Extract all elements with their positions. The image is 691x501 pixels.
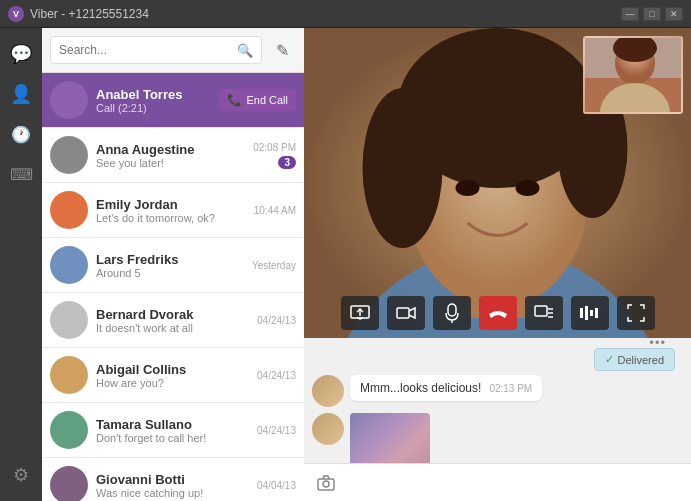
end-call-icon [487, 306, 509, 320]
contact-item-bernard[interactable]: Bernard Dvorak It doesn't work at all 04… [42, 293, 304, 348]
transfer-button[interactable] [525, 296, 563, 330]
contact-item-anabel[interactable]: Anabel Torres Call (2:21) 📞 End Call [42, 73, 304, 128]
window-title: Viber - +12125551234 [30, 7, 621, 21]
main-content: 💬 👤 🕐 ⌨ ⚙ 🔍 ✎ Anabel Torres Call (2:21) [0, 28, 691, 501]
svg-rect-19 [397, 308, 409, 318]
message-avatar-2 [312, 413, 344, 445]
chat-input-bar [304, 463, 691, 501]
contact-item-anna[interactable]: Anna Augestine See you later! 02:08 PM 3 [42, 128, 304, 183]
volume-button[interactable] [571, 296, 609, 330]
message-text: Mmm...looks delicious! [360, 381, 481, 395]
message-row: Mmm...looks delicious! 02:13 PM [312, 375, 683, 407]
avatar-lars [50, 246, 88, 284]
contact-preview: It doesn't work at all [96, 322, 253, 334]
avatar-bernard [50, 301, 88, 339]
contact-item-lars[interactable]: Lars Fredriks Around 5 Yesterday [42, 238, 304, 293]
svg-point-31 [323, 481, 329, 487]
video-area [304, 28, 691, 338]
contact-preview: Was nice catching up! [96, 487, 253, 499]
contact-item-giovanni[interactable]: Giovanni Botti Was nice catching up! 04/… [42, 458, 304, 501]
contact-name: Lars Fredriks [96, 252, 248, 267]
sidebar-item-chat[interactable]: 💬 [3, 36, 39, 72]
message-time: 02:13 PM [489, 383, 532, 394]
avatar-abigail [50, 356, 88, 394]
sidebar-item-recent[interactable]: 🕐 [3, 116, 39, 152]
contact-name: Anabel Torres [96, 87, 215, 102]
contact-list: Anabel Torres Call (2:21) 📞 End Call Ann… [42, 73, 304, 501]
maximize-button[interactable]: □ [643, 7, 661, 21]
end-video-call-button[interactable] [479, 296, 517, 330]
sidebar-item-dialpad[interactable]: ⌨ [3, 156, 39, 192]
camera-button[interactable] [314, 471, 338, 495]
app-icon: V [8, 6, 24, 22]
checkmark-icon: ✓ [605, 353, 614, 366]
svg-rect-26 [580, 308, 583, 318]
contact-name: Giovanni Botti [96, 472, 253, 487]
contact-time: 04/24/13 [257, 425, 296, 436]
camera-icon [317, 475, 335, 491]
close-button[interactable]: ✕ [665, 7, 683, 21]
avatar-anabel [50, 81, 88, 119]
unread-badge: 3 [278, 156, 296, 169]
contact-preview: How are you? [96, 377, 253, 389]
sidebar-item-settings[interactable]: ⚙ [3, 457, 39, 493]
end-call-button[interactable]: 📞 End Call [219, 89, 296, 111]
search-icon: 🔍 [237, 43, 253, 58]
video-camera-icon [396, 305, 416, 321]
sidebar-icons: 💬 👤 🕐 ⌨ ⚙ [0, 28, 42, 501]
search-input-wrap[interactable]: 🔍 [50, 36, 262, 64]
chat-text-input[interactable] [344, 476, 681, 490]
volume-icon [579, 305, 601, 321]
contact-item-emily[interactable]: Emily Jordan Let's do it tomorrow, ok? 1… [42, 183, 304, 238]
message-image [350, 413, 430, 463]
avatar-emily [50, 191, 88, 229]
video-thumbnail [583, 36, 683, 114]
phone-icon: 📞 [227, 93, 242, 107]
delivered-tooltip: ••• ✓ Delivered [594, 348, 675, 371]
contact-name: Abigail Collins [96, 362, 253, 377]
contact-preview: Around 5 [96, 267, 248, 279]
contact-time: Yesterday [252, 260, 296, 271]
video-thumb-svg [585, 38, 683, 114]
screen-share-icon [350, 305, 370, 321]
chat-messages: Mmm...looks delicious! 02:13 PM [304, 367, 691, 463]
contact-preview: Call (2:21) [96, 102, 215, 114]
contact-name: Emily Jordan [96, 197, 250, 212]
search-bar: 🔍 ✎ [42, 28, 304, 73]
contact-time: 02:08 PM [253, 142, 296, 153]
contact-name: Tamara Sullano [96, 417, 253, 432]
contact-time: 10:44 AM [254, 205, 296, 216]
compose-button[interactable]: ✎ [268, 36, 296, 64]
contact-name: Anna Augestine [96, 142, 249, 157]
contact-time: 04/04/13 [257, 480, 296, 491]
fullscreen-icon [627, 304, 645, 322]
contact-preview: Don't forget to call her! [96, 432, 253, 444]
mic-toggle-button[interactable] [433, 296, 471, 330]
svg-rect-22 [535, 306, 547, 316]
minimize-button[interactable]: — [621, 7, 639, 21]
svg-rect-20 [448, 304, 456, 316]
sidebar-item-profile[interactable]: 👤 [3, 76, 39, 112]
window-controls: — □ ✕ [621, 7, 683, 21]
chat-area: ••• ✓ Delivered Mmm...looks delicious! 0… [304, 338, 691, 501]
video-main [304, 28, 691, 338]
contact-time: 04/24/13 [257, 370, 296, 381]
avatar-anna [50, 136, 88, 174]
fullscreen-button[interactable] [617, 296, 655, 330]
right-panel: ••• ✓ Delivered Mmm...looks delicious! 0… [304, 28, 691, 501]
contacts-panel: 🔍 ✎ Anabel Torres Call (2:21) 📞 End Call [42, 28, 304, 501]
screen-share-button[interactable] [341, 296, 379, 330]
message-bubble: Mmm...looks delicious! 02:13 PM [350, 375, 542, 401]
contact-item-tamara[interactable]: Tamara Sullano Don't forget to call her!… [42, 403, 304, 458]
message-avatar [312, 375, 344, 407]
message-row-image [312, 413, 683, 463]
video-controls [341, 296, 655, 330]
titlebar: V Viber - +12125551234 — □ ✕ [0, 0, 691, 28]
video-toggle-button[interactable] [387, 296, 425, 330]
delivered-label: Delivered [618, 354, 664, 366]
svg-rect-29 [595, 308, 598, 318]
contact-item-abigail[interactable]: Abigail Collins How are you? 04/24/13 [42, 348, 304, 403]
dots-icon: ••• [649, 338, 666, 350]
search-input[interactable] [59, 43, 237, 57]
svg-rect-27 [585, 306, 588, 320]
